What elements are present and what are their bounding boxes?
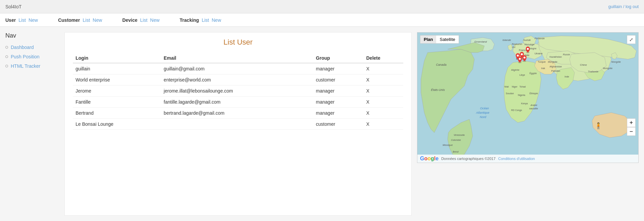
nav-user-list[interactable]: List [18, 17, 26, 23]
svg-text:Islande: Islande [502, 39, 511, 42]
sidebar-html-tracker-label: HTML Tracker [11, 63, 40, 69]
svg-text:Égypte: Égypte [530, 72, 537, 75]
bullet-icon [5, 55, 8, 58]
table-cell-email: bertrand.lagarde@gmail.com [161, 108, 313, 119]
sidebar-item-dashboard[interactable]: Dashboard [5, 45, 59, 50]
nav-bar: User List New Customer List New Device L… [0, 13, 644, 27]
table-cell-delete[interactable]: X [364, 63, 403, 74]
table-cell-login[interactable]: Jerome [73, 86, 161, 97]
table-cell-login[interactable]: guillain [73, 63, 161, 74]
svg-text:Uni: Uni [512, 46, 515, 48]
nav-device-list[interactable]: List [140, 17, 147, 23]
svg-text:🧍: 🧍 [595, 122, 602, 129]
svg-text:Chine: Chine [580, 63, 587, 66]
svg-text:Éthiopie: Éthiopie [530, 92, 538, 95]
table-cell-email: jerome.illat@lebonsailounge.com [161, 86, 313, 97]
table-row: Le Bonsai LoungecustomerX [73, 119, 403, 130]
svg-text:Kenya: Kenya [521, 102, 528, 105]
map-terms[interactable]: Conditions d'utilisation [498, 157, 535, 161]
map-zoom-controls: + − [627, 118, 636, 136]
table-cell-delete[interactable]: X [364, 97, 403, 108]
nav-customer-list[interactable]: List [83, 17, 90, 23]
table-cell-login[interactable]: Bertrand [73, 108, 161, 119]
svg-text:RD Congo: RD Congo [511, 109, 522, 112]
nav-group-device: Device List New [122, 17, 159, 23]
map-fullscreen-button[interactable]: ⤢ [627, 35, 636, 44]
svg-text:Irak: Irak [541, 67, 545, 69]
sidebar-push-position-label: Push Position [11, 54, 40, 59]
top-bar: Sol4IoT guillain / log out [0, 0, 644, 13]
table-cell-group: manager [313, 108, 364, 119]
user-auth-link[interactable]: guillain / log out [608, 4, 639, 9]
svg-text:Groenland: Groenland [474, 40, 487, 43]
svg-text:Algérie: Algérie [511, 68, 519, 71]
svg-text:Finlande: Finlande [535, 37, 545, 40]
svg-text:Thaïlande: Thaïlande [588, 70, 598, 73]
svg-point-48 [517, 55, 519, 57]
sidebar-item-push-position[interactable]: Push Position [5, 54, 59, 59]
map-zoom-out-button[interactable]: − [627, 127, 636, 136]
sidebar-title: Nav [5, 32, 59, 39]
nav-device-new[interactable]: New [150, 17, 159, 23]
svg-text:Norvège: Norvège [524, 43, 535, 46]
svg-text:Turquie: Turquie [538, 61, 546, 63]
svg-text:Suède: Suède [523, 39, 531, 42]
table-cell-delete[interactable]: X [364, 86, 403, 97]
table-cell-email: fantille.lagarde@gmail.com [161, 97, 313, 108]
svg-point-56 [527, 48, 529, 50]
main-content: Nav Dashboard Push Position HTML Tracker… [0, 27, 644, 221]
map-plan-button[interactable]: Plan [420, 36, 436, 43]
svg-text:Mexique: Mexique [443, 144, 453, 147]
table-cell-login[interactable]: Fantille [73, 97, 161, 108]
table-cell-delete[interactable]: X [364, 119, 403, 130]
table-cell-group: customer [313, 119, 364, 130]
content-panel: List User Login Email Group Delete guill… [64, 32, 412, 216]
table-row: Bertrandbertrand.lagarde@gmail.commanage… [73, 108, 403, 119]
svg-text:Colombie: Colombie [451, 139, 461, 141]
nav-group-tracking-label: Tracking [180, 17, 199, 23]
nav-user-new[interactable]: New [29, 17, 38, 23]
table-cell-login[interactable]: World enterprise [73, 74, 161, 86]
table-cell-delete[interactable]: X [364, 74, 403, 86]
nav-customer-new[interactable]: New [93, 17, 102, 23]
nav-group-customer: Customer List New [58, 17, 102, 23]
svg-text:Kazakhstan: Kazakhstan [550, 56, 562, 58]
table-cell-group: manager [313, 86, 364, 97]
svg-text:Tchad: Tchad [519, 86, 526, 88]
table-cell-email [161, 119, 313, 130]
svg-text:Brésil: Brésil [453, 151, 459, 153]
table-row: Fantillefantille.lagarde@gmail.commanage… [73, 97, 403, 108]
svg-text:Arabie: Arabie [530, 104, 537, 106]
svg-text:Canada: Canada [436, 63, 446, 66]
svg-text:Mongolie: Mongolie [603, 67, 612, 70]
table-cell-group: customer [313, 74, 364, 86]
svg-text:Mongolie: Mongolie [548, 61, 557, 63]
table-row: Jeromejerome.illat@lebonsailounge.comman… [73, 86, 403, 97]
svg-point-54 [523, 57, 525, 59]
svg-text:Royaume-: Royaume- [512, 43, 523, 46]
svg-text:Pakistan: Pakistan [551, 70, 560, 72]
map-container: Plan Satellite ⤢ [417, 32, 639, 163]
table-cell-login[interactable]: Le Bonsai Lounge [73, 119, 161, 130]
bullet-icon [5, 65, 8, 67]
user-table: Login Email Group Delete guillainguillai… [73, 53, 403, 130]
table-cell-group: manager [313, 97, 364, 108]
map-svg: Canada Groenland États-Unis Mexique Vene… [417, 33, 638, 163]
svg-text:Venezuela: Venezuela [454, 134, 465, 136]
nav-tracking-list[interactable]: List [202, 17, 209, 23]
table-body: guillainguillain@gmail.commanagerXWorld … [73, 63, 403, 130]
table-cell-delete[interactable]: X [364, 108, 403, 119]
svg-text:saoudite: saoudite [529, 107, 538, 110]
map-satellite-button[interactable]: Satellite [436, 36, 458, 43]
map-type-controls: Plan Satellite [420, 35, 459, 44]
svg-text:Océan: Océan [480, 107, 489, 110]
table-row: World enterpriseenterprise@world.comcust… [73, 74, 403, 86]
table-header-row: Login Email Group Delete [73, 53, 403, 63]
svg-text:Nord: Nord [480, 115, 487, 119]
map-footer: Google Données cartographiques ©2017 Con… [417, 155, 638, 163]
nav-tracking-new[interactable]: New [212, 17, 221, 23]
map-zoom-in-button[interactable]: + [627, 118, 636, 127]
sidebar-item-html-tracker[interactable]: HTML Tracker [5, 63, 59, 69]
nav-group-customer-label: Customer [58, 17, 80, 23]
svg-point-50 [521, 53, 523, 55]
